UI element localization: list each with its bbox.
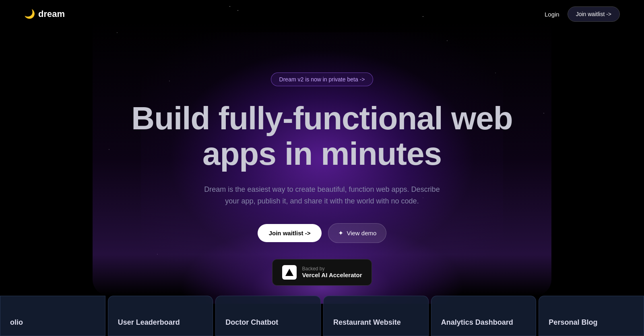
beta-badge[interactable]: Dream v2 is now in private beta -> [271,73,374,86]
card-blog[interactable]: Personal Blog [539,296,644,336]
hero-waitlist-button[interactable]: Join waitlist -> [258,224,322,242]
card-portfolio[interactable]: olio [0,296,105,336]
logo-icon: 🌙 [24,9,35,19]
sparkle-icon: ✦ [338,229,343,237]
card-restaurant-label: Restaurant Website [333,318,401,327]
nav-right: Login Join waitlist -> [545,6,620,22]
hero-title: Build fully-functional web apps in minut… [0,101,644,172]
vercel-logo [282,265,297,280]
vercel-backed-by: Backed by [302,266,362,272]
card-leaderboard-label: User Leaderboard [118,318,180,327]
hero-subtitle: Dream is the easiest way to create beaut… [201,184,443,207]
card-chatbot[interactable]: Doctor Chatbot [215,296,321,336]
hero-title-line2: apps in minutes [202,136,442,172]
card-analytics[interactable]: Analytics Dashboard [431,296,537,336]
vercel-triangle-icon [285,269,293,276]
hero-section: Dream v2 is now in private beta -> Build… [0,28,644,286]
hero-buttons: Join waitlist -> ✦ View demo [0,223,644,243]
card-analytics-label: Analytics Dashboard [441,318,513,327]
nav-waitlist-button[interactable]: Join waitlist -> [568,6,620,22]
card-portfolio-label: olio [10,318,23,327]
card-blog-label: Personal Blog [549,318,597,327]
card-restaurant[interactable]: Restaurant Website [323,296,429,336]
vercel-text: Backed by Vercel AI Accelerator [302,266,362,278]
cards-strip: olio User Leaderboard Doctor Chatbot Res… [0,296,644,336]
vercel-badge[interactable]: Backed by Vercel AI Accelerator [272,259,372,286]
navigation: 🌙 dream Login Join waitlist -> [0,0,644,28]
hero-demo-button[interactable]: ✦ View demo [328,223,386,243]
logo[interactable]: 🌙 dream [24,9,65,19]
vercel-accelerator-name: Vercel AI Accelerator [302,272,362,278]
card-chatbot-label: Doctor Chatbot [225,318,278,327]
demo-label: View demo [347,230,376,236]
hero-title-line1: Build fully-functional web [131,100,512,136]
login-button[interactable]: Login [545,11,559,18]
brand-name: dream [38,9,65,19]
card-leaderboard[interactable]: User Leaderboard [108,296,213,336]
